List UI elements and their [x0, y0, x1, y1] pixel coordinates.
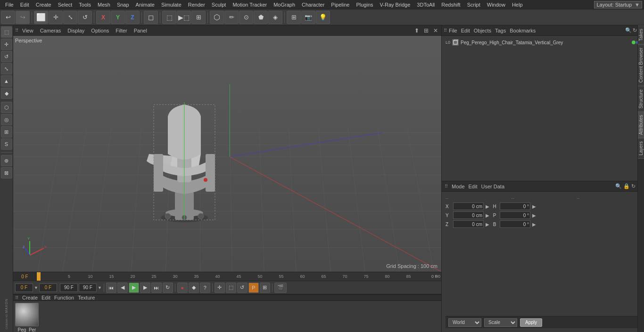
render-region-button[interactable]: ⬚	[162, 11, 176, 24]
mode-object-button[interactable]: ⬜	[34, 11, 48, 24]
left-move-button[interactable]: ✛	[1, 39, 12, 50]
loop-button[interactable]: ↻	[163, 283, 173, 293]
menu-select[interactable]: Select	[55, 0, 76, 9]
vp-display-menu[interactable]: Display	[65, 27, 87, 34]
step-back-button[interactable]: ◀	[117, 283, 128, 293]
menu-mograph[interactable]: MoGraph	[270, 0, 298, 9]
attr-edit-menu[interactable]: Edit	[469, 184, 478, 189]
record-button[interactable]: ●	[177, 283, 188, 293]
mode-rotate-button[interactable]: ↺	[78, 11, 92, 24]
nav-live-button[interactable]: ◈	[268, 11, 282, 24]
left-texture-button[interactable]: ◎	[1, 114, 12, 125]
go-to-start-button[interactable]: ⏮	[106, 283, 116, 293]
layout-dropdown[interactable]: Layout: Startup ▼	[594, 1, 642, 8]
camera-button[interactable]: 📷	[301, 11, 315, 24]
vp-filter-menu[interactable]: Filter	[113, 27, 130, 34]
world-dropdown[interactable]: World Object Local	[448, 318, 481, 327]
left-snap-button[interactable]: ⊛	[1, 155, 12, 166]
om-view-menu[interactable]: Objects	[472, 28, 493, 33]
mat-create-menu[interactable]: Create	[22, 295, 38, 300]
keyframe-button[interactable]: ◆	[189, 283, 199, 293]
coord-z-input[interactable]	[453, 220, 484, 228]
menu-redshift[interactable]: Redshift	[438, 0, 463, 9]
left-bp-button[interactable]: S	[1, 138, 12, 150]
om-bookmarks-menu[interactable]: Bookmarks	[508, 28, 537, 33]
motion-grid-button[interactable]: ⊞	[260, 283, 270, 293]
vp-panel-menu[interactable]: Panel	[131, 27, 150, 34]
coord-p-input[interactable]	[500, 211, 530, 219]
timeline[interactable]: 0 F 0 5 10 15 20 25 30 35 40 45 50 55 60	[13, 272, 441, 281]
motion-add-button[interactable]: ✛	[215, 283, 225, 293]
coord-b-input[interactable]	[500, 220, 530, 228]
menu-plugins[interactable]: Plugins	[353, 0, 376, 9]
light-button[interactable]: 💡	[316, 11, 330, 24]
menu-vray[interactable]: V-Ray Bridge	[377, 0, 414, 9]
mat-function-menu[interactable]: Function	[54, 295, 74, 300]
mat-texture-menu[interactable]: Texture	[78, 295, 95, 300]
menu-edit[interactable]: Edit	[17, 0, 33, 9]
mode-move-button[interactable]: ✛	[49, 11, 63, 24]
menu-simulate[interactable]: Simulate	[158, 0, 185, 9]
menu-window[interactable]: Window	[484, 0, 509, 9]
go-to-end-button[interactable]: ⏭	[151, 283, 162, 293]
tab-takes[interactable]: Takes	[637, 25, 644, 44]
menu-help[interactable]: Help	[509, 0, 526, 9]
left-scale-button[interactable]: ⤡	[1, 63, 12, 74]
menu-file[interactable]: File	[2, 0, 17, 9]
axis-y-button[interactable]: Y	[111, 11, 125, 24]
coord-y-input[interactable]	[453, 211, 484, 219]
grid-button[interactable]: ⊞	[287, 11, 301, 24]
menu-render[interactable]: Render	[185, 0, 208, 9]
nav-draw-button[interactable]: ✏	[224, 11, 239, 24]
vp-layout-icon[interactable]: ⊞	[422, 27, 430, 34]
menu-3dtoall[interactable]: 3DToAll	[413, 0, 438, 9]
motion-select-button[interactable]: ⬚	[226, 283, 236, 293]
nav-cube-button[interactable]: ⬡	[210, 11, 224, 24]
om-tags-menu[interactable]: Tags	[493, 28, 508, 33]
timeline-track[interactable]: 0 5 10 15 20 25 30 35 40 45 50 55 60 65 …	[37, 272, 441, 281]
left-rotate-button[interactable]: ↺	[1, 51, 12, 62]
menu-create[interactable]: Create	[33, 0, 55, 9]
vp-maximize-icon[interactable]: ⬆	[413, 27, 421, 34]
motion-path-button[interactable]: P	[248, 283, 259, 293]
menu-pipeline[interactable]: Pipeline	[328, 0, 353, 9]
left-grid-button[interactable]: ⊠	[1, 167, 12, 178]
menu-character[interactable]: Character	[298, 0, 328, 9]
left-extrude-button[interactable]: ▲	[1, 75, 12, 87]
end-frame-input[interactable]	[79, 283, 97, 292]
obj-row-chair[interactable]: L0 Peg_Perego_High_Chair_Tatamia_Vertica…	[444, 38, 642, 47]
step-fwd-button[interactable]: ▶	[140, 283, 150, 293]
menu-sculpt[interactable]: Sculpt	[208, 0, 230, 9]
axis-x-button[interactable]: X	[96, 11, 110, 24]
nav-poly-button[interactable]: ⬟	[254, 11, 268, 24]
vp-options-menu[interactable]: Options	[88, 27, 112, 34]
nav-lasso-button[interactable]: ⊙	[239, 11, 253, 24]
left-uvw-button[interactable]: ⊞	[1, 126, 12, 138]
render-viewport-button[interactable]: ▶⬚	[177, 11, 191, 24]
preview-end-input[interactable]	[60, 283, 78, 292]
tab-layers[interactable]: Layers	[637, 138, 644, 159]
attr-userdata-menu[interactable]: User Data	[481, 184, 505, 189]
tab-structure[interactable]: Structure	[637, 86, 644, 112]
viewport-3d[interactable]: Perspective Grid Spacing : 100 cm X Y Z	[13, 36, 441, 272]
start-frame-input[interactable]	[15, 283, 33, 292]
menu-snap[interactable]: Snap	[114, 0, 132, 9]
vp-view-menu[interactable]: View	[19, 27, 36, 34]
attr-mode-menu[interactable]: Mode	[452, 184, 465, 189]
tab-attributes[interactable]: Attributes	[637, 112, 644, 138]
left-bevel-button[interactable]: ◆	[1, 88, 12, 99]
vp-close-icon[interactable]: ✕	[432, 27, 439, 34]
vp-cameras-menu[interactable]: Cameras	[37, 27, 64, 34]
render-all-button[interactable]: ⊞	[191, 11, 206, 24]
apply-button[interactable]: Apply	[520, 318, 542, 327]
coord-x-input[interactable]	[453, 202, 484, 210]
coord-h-input[interactable]	[500, 202, 530, 210]
menu-mesh[interactable]: Mesh	[94, 0, 114, 9]
menu-script[interactable]: Script	[464, 0, 484, 9]
current-frame-input[interactable]	[39, 283, 57, 292]
tab-content-browser[interactable]: Content Browser	[637, 44, 644, 86]
mat-item[interactable]: Peg_Per	[15, 303, 39, 332]
om-edit-menu[interactable]: Edit	[459, 28, 472, 33]
left-select-button[interactable]: ⬚	[1, 26, 12, 38]
left-model-button[interactable]: ⬡	[1, 102, 12, 113]
